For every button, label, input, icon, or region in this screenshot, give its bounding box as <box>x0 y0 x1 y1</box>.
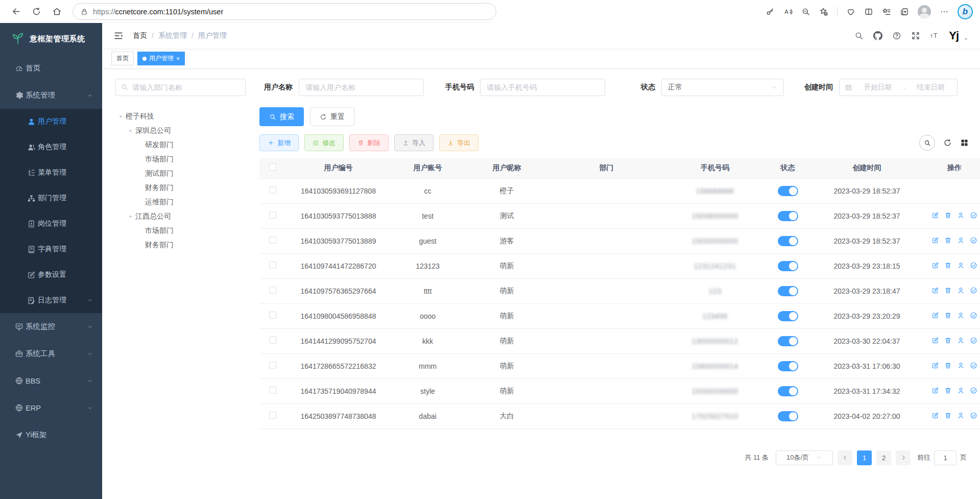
status-toggle[interactable] <box>778 386 798 396</box>
add-favorite-icon[interactable] <box>819 7 828 16</box>
status-toggle[interactable] <box>778 261 798 271</box>
delete-icon[interactable] <box>944 362 952 369</box>
url-text[interactable]: https://ccnetcore.com:1101/system/user <box>93 8 223 16</box>
breadcrumb-system[interactable]: 系统管理 <box>158 31 187 40</box>
home-icon[interactable] <box>48 3 65 20</box>
page-size-select[interactable]: 10条/页 <box>776 450 833 465</box>
next-page-button[interactable] <box>896 450 911 465</box>
导出-button[interactable]: 导出 <box>439 134 479 151</box>
delete-icon[interactable] <box>944 337 952 344</box>
status-toggle[interactable] <box>778 236 798 246</box>
assign-role-icon[interactable] <box>970 211 977 219</box>
assign-role-icon[interactable] <box>970 337 977 344</box>
page-button-1[interactable]: 1 <box>857 450 872 465</box>
删除-button[interactable]: 删除 <box>349 134 389 151</box>
delete-icon[interactable] <box>944 387 952 394</box>
reset-password-icon[interactable] <box>957 262 965 269</box>
tree-node-运维部门[interactable]: 运维部门 <box>115 195 259 209</box>
edit-icon[interactable] <box>931 287 939 294</box>
zoom-out-icon[interactable] <box>801 7 810 16</box>
end-date[interactable]: 结束日期 <box>910 83 952 92</box>
tag-home[interactable]: 首页 <box>111 52 134 65</box>
tree-node-测试部门[interactable]: 测试部门 <box>115 167 259 181</box>
goto-page-input[interactable] <box>934 450 957 465</box>
新增-button[interactable]: 新增 <box>259 134 299 151</box>
delete-icon[interactable] <box>944 412 952 419</box>
assign-role-icon[interactable] <box>970 262 977 269</box>
delete-icon[interactable] <box>944 211 952 219</box>
edit-icon[interactable] <box>931 211 939 219</box>
delete-icon[interactable] <box>944 287 952 294</box>
reset-password-icon[interactable] <box>957 412 965 419</box>
breadcrumb-home[interactable]: 首页 <box>133 31 147 40</box>
start-date[interactable]: 开始日期 <box>856 83 899 92</box>
copilot-icon[interactable]: b <box>958 4 973 19</box>
row-checkbox[interactable] <box>269 287 276 294</box>
status-toggle[interactable] <box>778 211 798 221</box>
reset-password-icon[interactable] <box>957 287 965 294</box>
row-checkbox[interactable] <box>269 211 276 219</box>
date-range-picker[interactable]: 开始日期 - 结束日期 <box>839 79 958 96</box>
user-logo[interactable]: Yj <box>949 29 959 42</box>
caret-down-icon[interactable] <box>115 114 126 120</box>
sidebar-item-首页[interactable]: 首页 <box>0 55 102 82</box>
sidebar-item-BBS[interactable]: BBS <box>0 367 102 394</box>
delete-icon[interactable] <box>944 236 952 244</box>
sidebar-item-参数设置[interactable]: 参数设置 <box>0 262 102 288</box>
search-button[interactable]: 搜索 <box>259 107 304 126</box>
edit-icon[interactable] <box>931 362 939 369</box>
browser-essentials-icon[interactable] <box>846 7 855 16</box>
status-toggle[interactable] <box>778 336 798 346</box>
refresh-icon[interactable] <box>28 3 45 20</box>
collapse-menu-icon[interactable] <box>113 31 124 41</box>
sidebar-item-字典管理[interactable]: 字典管理 <box>0 236 102 262</box>
help-icon[interactable] <box>892 31 901 40</box>
row-checkbox[interactable] <box>269 312 276 319</box>
tree-node-财务部门[interactable]: 财务部门 <box>115 181 259 195</box>
tree-node-财务部门[interactable]: 财务部门 <box>115 238 259 252</box>
assign-role-icon[interactable] <box>970 412 977 419</box>
reset-password-icon[interactable] <box>957 362 965 369</box>
tree-node-市场部门[interactable]: 市场部门 <box>115 152 259 167</box>
sidebar-item-部门管理[interactable]: 部门管理 <box>0 185 102 211</box>
address-bar[interactable]: https://ccnetcore.com:1101/system/user <box>73 3 496 20</box>
row-checkbox[interactable] <box>269 387 276 394</box>
profile-avatar[interactable] <box>918 5 931 18</box>
dept-search-input[interactable] <box>115 79 246 96</box>
tree-node-江西总公司[interactable]: 江西总公司 <box>115 209 259 224</box>
sidebar-item-用户管理[interactable]: 用户管理 <box>0 109 102 134</box>
assign-role-icon[interactable] <box>970 287 977 294</box>
font-size-icon[interactable]: TT <box>930 31 939 40</box>
sidebar-item-系统工具[interactable]: 系统工具 <box>0 340 102 367</box>
assign-role-icon[interactable] <box>970 312 977 319</box>
tree-node-市场部门[interactable]: 市场部门 <box>115 224 259 238</box>
fullscreen-icon[interactable] <box>911 31 920 40</box>
username-input[interactable] <box>299 79 424 96</box>
phone-input[interactable] <box>480 79 605 96</box>
page-button-2[interactable]: 2 <box>876 450 891 465</box>
row-checkbox[interactable] <box>269 412 276 419</box>
status-toggle[interactable] <box>778 286 798 296</box>
edit-icon[interactable] <box>931 262 939 269</box>
select-all-checkbox[interactable] <box>269 163 276 171</box>
password-key-icon[interactable] <box>766 7 775 16</box>
favorites-bar-icon[interactable] <box>882 7 891 16</box>
tree-node-研发部门[interactable]: 研发部门 <box>115 138 259 152</box>
assign-role-icon[interactable] <box>970 362 977 369</box>
tree-node-深圳总公司[interactable]: 深圳总公司 <box>115 124 259 138</box>
tree-node-橙子科技[interactable]: 橙子科技 <box>115 109 259 124</box>
status-toggle[interactable] <box>778 311 798 321</box>
sidebar-item-系统监控[interactable]: 系统监控 <box>0 313 102 340</box>
tag-user-management[interactable]: 用户管理 × <box>137 52 185 65</box>
grid-columns-icon[interactable] <box>960 138 969 147</box>
row-checkbox[interactable] <box>269 262 276 269</box>
导入-button[interactable]: 导入 <box>394 134 434 151</box>
status-toggle[interactable] <box>778 411 798 421</box>
edit-icon[interactable] <box>931 412 939 419</box>
sidebar-item-ERP[interactable]: ERP <box>0 394 102 421</box>
more-options-icon[interactable] <box>940 7 949 16</box>
row-checkbox[interactable] <box>269 186 276 194</box>
status-toggle[interactable] <box>778 361 798 371</box>
back-icon[interactable] <box>7 3 25 20</box>
row-checkbox[interactable] <box>269 362 276 369</box>
